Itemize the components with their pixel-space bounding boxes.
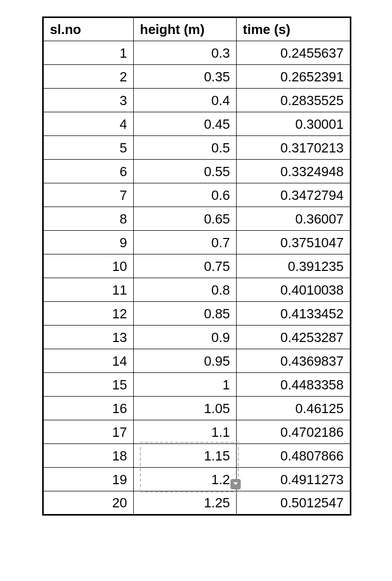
cell[interactable]: 1 [134, 373, 237, 397]
table-row: 70.60.3472794 [43, 183, 351, 207]
cell[interactable]: 0.4369837 [237, 349, 351, 373]
table-row: 120.850.4133452 [43, 302, 351, 326]
cell[interactable]: 16 [43, 397, 134, 420]
cell[interactable]: 0.4 [134, 89, 237, 112]
cell[interactable]: 6 [43, 160, 134, 183]
cell[interactable]: 18 [43, 444, 134, 468]
cell[interactable]: 1.05 [134, 397, 237, 420]
cell[interactable]: 0.8 [134, 278, 237, 302]
cell[interactable]: 0.3324948 [237, 160, 351, 183]
cell[interactable]: 0.4483358 [237, 373, 351, 397]
cell[interactable]: 0.75 [134, 254, 237, 278]
table-row: 80.650.36007 [43, 207, 351, 231]
cell[interactable]: 0.3751047 [237, 231, 351, 254]
cell[interactable]: 13 [43, 326, 134, 349]
cell[interactable]: 0.2835525 [237, 89, 351, 112]
cell[interactable]: 20 [43, 491, 134, 515]
cell[interactable]: 4 [43, 112, 134, 136]
cell[interactable]: 0.95 [134, 349, 237, 373]
cell[interactable]: 5 [43, 136, 134, 160]
cell[interactable]: 0.4911273 [237, 468, 351, 491]
col-header-time[interactable]: time (s) [237, 18, 351, 41]
table-row: 161.050.46125 [43, 397, 351, 420]
cell[interactable]: 1.25 [134, 491, 237, 515]
cell[interactable]: 1.1 [134, 420, 237, 444]
cell[interactable]: 10 [43, 254, 134, 278]
table-row: 171.10.4702186 [43, 420, 351, 444]
cell[interactable]: 0.30001 [237, 112, 351, 136]
cell[interactable]: 1.15 [134, 444, 237, 468]
cell[interactable]: 0.4010038 [237, 278, 351, 302]
table-body: 10.30.245563720.350.265239130.40.2835525… [43, 41, 351, 515]
cell[interactable]: 19 [43, 468, 134, 491]
table-row: 30.40.2835525 [43, 89, 351, 112]
cell[interactable]: 15 [43, 373, 134, 397]
cell[interactable]: 0.3472794 [237, 183, 351, 207]
cell[interactable]: 0.36007 [237, 207, 351, 231]
cell[interactable]: 0.6 [134, 183, 237, 207]
cell[interactable]: 0.85 [134, 302, 237, 326]
table-row: 140.950.4369837 [43, 349, 351, 373]
table-row: 130.90.4253287 [43, 326, 351, 349]
cell[interactable]: 0.4253287 [237, 326, 351, 349]
table-row: 20.350.2652391 [43, 65, 351, 89]
cell[interactable]: 7 [43, 183, 134, 207]
table-row: 50.50.3170213 [43, 136, 351, 160]
cell[interactable]: 0.65 [134, 207, 237, 231]
cell[interactable]: 8 [43, 207, 134, 231]
cell[interactable]: 0.35 [134, 65, 237, 89]
cell[interactable]: 0.391235 [237, 254, 351, 278]
cell[interactable]: 0.4133452 [237, 302, 351, 326]
data-table[interactable]: sl.no height (m) time (s) 10.30.24556372… [42, 16, 351, 516]
cell[interactable]: 0.2455637 [237, 41, 351, 65]
cell[interactable]: 12 [43, 302, 134, 326]
cell[interactable]: 9 [43, 231, 134, 254]
col-header-height[interactable]: height (m) [134, 18, 237, 41]
cell[interactable]: 0.3170213 [237, 136, 351, 160]
table-row: 100.750.391235 [43, 254, 351, 278]
cell[interactable]: 0.3 [134, 41, 237, 65]
table-row: 110.80.4010038 [43, 278, 351, 302]
table-row: 191.20.4911273 [43, 468, 351, 491]
cell[interactable]: 2 [43, 65, 134, 89]
table-row: 201.250.5012547 [43, 491, 351, 515]
cell[interactable]: 0.2652391 [237, 65, 351, 89]
data-table-container: sl.no height (m) time (s) 10.30.24556372… [42, 16, 350, 516]
cell[interactable]: 14 [43, 349, 134, 373]
cell[interactable]: 0.45 [134, 112, 237, 136]
cell[interactable]: 0.46125 [237, 397, 351, 420]
cell[interactable]: 0.5012547 [237, 491, 351, 515]
table-row: 60.550.3324948 [43, 160, 351, 183]
cell[interactable]: 0.9 [134, 326, 237, 349]
table-header-row: sl.no height (m) time (s) [43, 18, 351, 41]
col-header-slno[interactable]: sl.no [43, 18, 134, 41]
cell[interactable]: 1 [43, 41, 134, 65]
table-row: 1510.4483358 [43, 373, 351, 397]
cell[interactable]: 1.2 [134, 468, 237, 491]
cell[interactable]: 11 [43, 278, 134, 302]
cell[interactable]: 17 [43, 420, 134, 444]
cell[interactable]: 0.7 [134, 231, 237, 254]
cell[interactable]: 0.4807866 [237, 444, 351, 468]
table-row: 40.450.30001 [43, 112, 351, 136]
table-row: 90.70.3751047 [43, 231, 351, 254]
cell[interactable]: 0.4702186 [237, 420, 351, 444]
cell[interactable]: 3 [43, 89, 134, 112]
cell[interactable]: 0.5 [134, 136, 237, 160]
table-row: 10.30.2455637 [43, 41, 351, 65]
table-row: 181.150.4807866 [43, 444, 351, 468]
cell[interactable]: 0.55 [134, 160, 237, 183]
